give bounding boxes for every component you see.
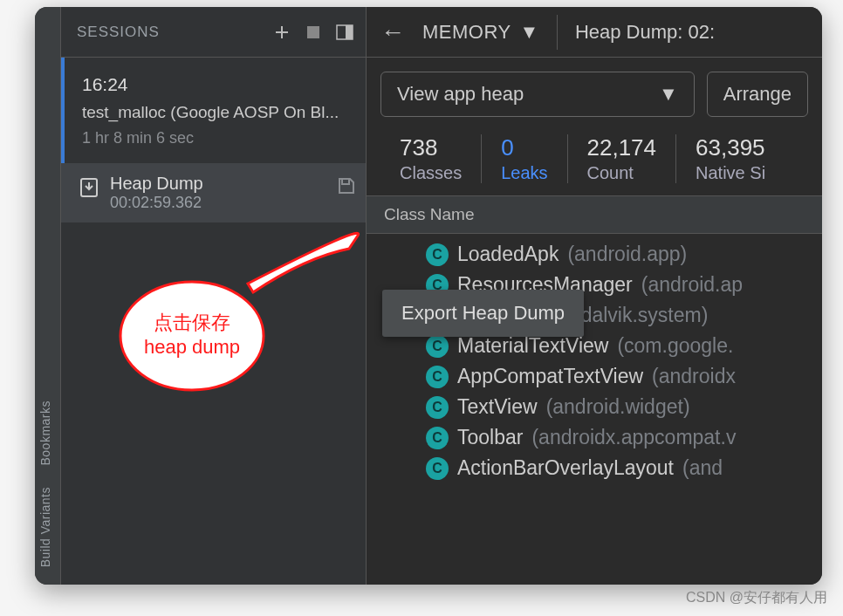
class-badge-icon: C [426,335,449,358]
class-badge-icon: C [426,243,449,266]
class-row[interactable]: CLoadedApk (android.app) [367,239,822,270]
class-badge-icon: C [426,396,449,419]
capture-item[interactable]: Heap Dump 00:02:59.362 [61,163,366,222]
class-name: MaterialTextView [457,334,608,358]
class-row[interactable]: CMaterialTextView (com.google. [367,331,822,361]
view-heap-label: View app heap [397,83,524,106]
class-package: (android.widget) [546,395,690,419]
class-badge-icon: C [426,274,449,297]
watermark: CSDN @安仔都有人用 [686,589,827,607]
rail-bookmarks[interactable]: Bookmarks [35,390,60,476]
arrange-select[interactable]: Arrange [707,72,808,117]
stat-leaks-lbl: Leaks [501,163,547,183]
class-row[interactable]: CResourcesManager (android.ap [367,270,822,300]
class-name: AppCompatTextView [457,365,643,388]
chevron-down-icon: ▼ [520,21,539,44]
stat-native-val: 63,395 [696,134,765,161]
rail-build-variants[interactable]: Build Variants [35,476,60,578]
memory-dropdown-label: MEMORY [422,21,511,44]
stat-count: 22,174 Count [567,134,676,183]
stat-native: 63,395 Native Si [675,134,785,183]
class-row[interactable]: CActionBarOverlayLayout (and [367,453,822,483]
stat-count-val: 22,174 [587,134,657,161]
class-tree: CLoadedApk (android.app)CResourcesManage… [367,234,822,483]
arrange-label: Arrange [723,83,792,106]
heap-dump-breadcrumb: Heap Dump: 02: [575,21,715,44]
stat-native-lbl: Native Si [696,163,765,183]
class-row[interactable]: CAppCompatTextView (androidx [367,361,822,392]
stop-session-icon[interactable] [303,22,324,43]
class-package: (dalvik.system) [574,304,708,327]
left-tool-rail: Bookmarks Build Variants [35,7,61,585]
back-arrow-icon[interactable]: ← [380,18,405,46]
session-time: 16:24 [82,70,352,99]
stat-classes: 738 Classes [380,134,481,183]
stat-classes-val: 738 [400,134,462,161]
class-name: ResourcesManager [457,273,633,297]
svg-rect-4 [342,179,349,184]
capture-title: Heap Dump [110,174,203,194]
class-name: DexPathList [457,304,565,327]
class-badge-icon: C [426,305,449,327]
sessions-panel: SESSIONS 16:24 test_malloc (Google AOSP … [61,7,367,585]
class-name: LoadedApk [457,243,559,266]
sessions-header: SESSIONS [61,7,366,58]
class-row[interactable]: CTextView (android.widget) [367,392,822,422]
stat-classes-lbl: Classes [400,163,462,183]
class-package: (android.app) [567,243,687,266]
memory-toolbar: ← MEMORY ▼ Heap Dump: 02: [367,7,822,58]
ide-window: Bookmarks Build Variants SESSIONS 16:24 … [35,7,822,585]
stats-row: 738 Classes 0 Leaks 22,174 Count 63,395 … [367,117,822,195]
sessions-title: SESSIONS [77,24,160,41]
class-package: (com.google. [617,334,733,358]
stat-count-lbl: Count [587,163,657,183]
layout-toggle-icon[interactable] [334,22,355,43]
svg-rect-0 [307,26,319,38]
class-package: (androidx.appcompat.v [531,426,736,449]
session-duration: 1 hr 8 min 6 sec [82,126,352,151]
view-heap-select[interactable]: View app heap ▼ [380,72,695,117]
download-icon [79,177,99,198]
capture-subtitle: 00:02:59.362 [110,194,203,212]
class-name: ActionBarOverlayLayout [457,456,674,480]
export-heap-icon[interactable] [336,175,359,198]
table-header-classname[interactable]: Class Name [367,195,822,234]
class-name: Toolbar [457,426,523,449]
chevron-down-icon: ▼ [659,83,678,106]
class-name: TextView [457,395,538,419]
class-badge-icon: C [426,457,449,480]
class-badge-icon: C [426,366,449,388]
class-badge-icon: C [426,427,449,449]
divider [557,15,558,50]
class-package: (and [682,456,723,480]
memory-panel: ← MEMORY ▼ Heap Dump: 02: View app heap … [367,7,822,585]
class-row[interactable]: CDexPathList (dalvik.system) [367,300,822,331]
session-app: test_malloc (Google AOSP On Bl... [82,99,352,126]
class-row[interactable]: CToolbar (androidx.appcompat.v [367,422,822,453]
stat-leaks-val: 0 [501,134,547,161]
class-package: (android.ap [641,273,743,297]
session-item[interactable]: 16:24 test_malloc (Google AOSP On Bl... … [61,58,366,163]
add-session-icon[interactable] [271,22,292,43]
memory-dropdown[interactable]: MEMORY ▼ [422,21,539,44]
stat-leaks[interactable]: 0 Leaks [481,134,566,183]
filter-row: View app heap ▼ Arrange [367,58,822,117]
svg-rect-2 [346,25,353,39]
class-package: (androidx [652,365,736,388]
